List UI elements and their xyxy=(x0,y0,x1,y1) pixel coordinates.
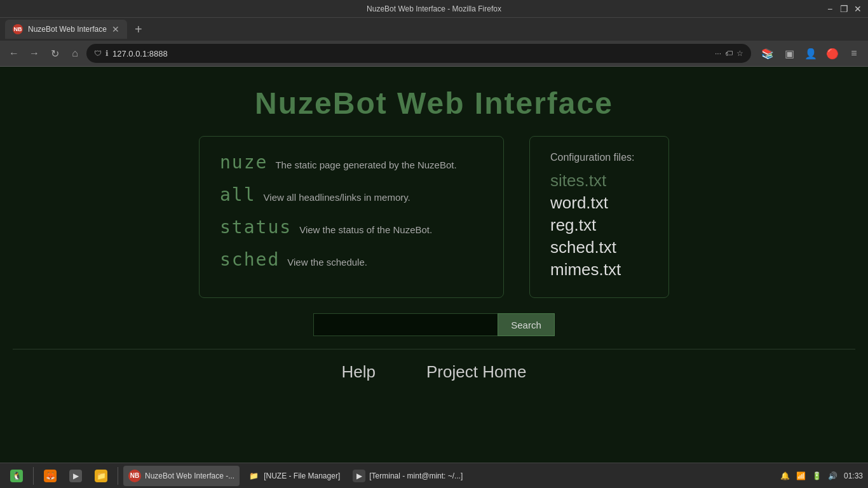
home-button[interactable]: ⌂ xyxy=(66,44,84,62)
browser-nav-bar: ← → ↻ ⌂ 🛡 ℹ 127.0.0.1:8888 ··· 🏷 ☆ 📚 ▣ 👤… xyxy=(0,41,868,66)
url-display: 127.0.0.1:8888 xyxy=(112,49,711,58)
config-link-word[interactable]: word.txt xyxy=(550,193,648,213)
filemanager-window-label: [NUZE - File Manager] xyxy=(264,471,340,480)
config-panel: Configuration files: sites.txt word.txt … xyxy=(529,136,669,298)
address-bar[interactable]: 🛡 ℹ 127.0.0.1:8888 ··· 🏷 ☆ xyxy=(86,44,751,63)
taskbar-separator-2 xyxy=(118,467,118,485)
browser-nav-right: 📚 ▣ 👤 🔴 ≡ xyxy=(759,44,863,62)
taskbar-app-files-quick[interactable]: 📁 xyxy=(90,466,112,486)
os-titlebar: NuzeBot Web Interface - Mozilla Firefox … xyxy=(0,0,868,18)
search-input[interactable] xyxy=(313,313,498,336)
config-link-reg[interactable]: reg.txt xyxy=(550,215,648,235)
os-title: NuzeBot Web Interface - Mozilla Firefox xyxy=(367,4,501,13)
nav-item-nuze: nuze The static page generated by the Nu… xyxy=(220,152,483,173)
config-title: Configuration files: xyxy=(550,152,648,163)
pocket-icon: 🏷 xyxy=(725,49,733,58)
nav-desc-status: View the status of the NuzeBot. xyxy=(299,224,432,235)
firefox-icon: 🦊 xyxy=(44,470,57,482)
page-footer: Help Project Home xyxy=(13,349,855,395)
restore-button[interactable]: ❐ xyxy=(839,4,849,14)
library-icon[interactable]: 📚 xyxy=(759,44,776,62)
taskbar-nuzebot-window[interactable]: NB NuzeBot Web Interface -... xyxy=(123,466,240,486)
browser-tabs-bar: NB NuzeBot Web Interface ✕ + xyxy=(0,18,868,41)
os-titlebar-controls: − ❐ ✕ xyxy=(825,4,863,14)
sidebar-icon[interactable]: ▣ xyxy=(780,44,798,62)
nav-link-status[interactable]: status xyxy=(220,217,292,238)
project-home-link[interactable]: Project Home xyxy=(426,362,527,382)
taskbar-app-terminal-quick[interactable]: ▶ xyxy=(64,466,87,486)
files-quick-icon: 📁 xyxy=(95,470,107,482)
nav-desc-sched: View the schedule. xyxy=(287,257,367,268)
main-area: nuze The static page generated by the Nu… xyxy=(85,136,783,298)
nav-desc-all: View all headlines/links in memory. xyxy=(264,192,410,203)
taskbar-filemanager-window[interactable]: 📁 [NUZE - File Manager] xyxy=(242,466,345,486)
reload-button[interactable]: ↻ xyxy=(46,44,64,62)
notification-icon[interactable]: 🔔 xyxy=(780,471,790,480)
page-content: NuzeBot Web Interface nuze The static pa… xyxy=(0,67,868,463)
nav-link-nuze[interactable]: nuze xyxy=(220,152,268,173)
nav-link-sched[interactable]: sched xyxy=(220,249,280,270)
back-button[interactable]: ← xyxy=(5,44,23,62)
terminal-window-label: [Terminal - mint@mint: ~/...] xyxy=(369,471,463,480)
minimize-button[interactable]: − xyxy=(825,4,835,14)
tab-favicon: NB xyxy=(13,24,23,34)
close-button[interactable]: ✕ xyxy=(853,4,863,14)
account-icon[interactable]: 👤 xyxy=(802,44,820,62)
volume-icon[interactable]: 🔊 xyxy=(828,471,837,480)
terminal-taskbar-icon: ▶ xyxy=(353,470,365,482)
nuzebot-taskbar-icon: NB xyxy=(128,470,141,482)
ublock-icon[interactable]: 🔴 xyxy=(824,44,841,62)
info-icon: ℹ xyxy=(105,49,109,58)
forward-button[interactable]: → xyxy=(25,44,43,62)
network-icon[interactable]: 📶 xyxy=(796,471,806,480)
nav-item-sched: sched View the schedule. xyxy=(220,249,483,270)
help-link[interactable]: Help xyxy=(342,362,376,382)
nav-link-all[interactable]: all xyxy=(220,184,256,205)
page-title: NuzeBot Web Interface xyxy=(255,86,613,121)
more-icon: ··· xyxy=(715,49,721,58)
nuzebot-window-label: NuzeBot Web Interface -... xyxy=(145,471,234,480)
taskbar-terminal-window[interactable]: ▶ [Terminal - mint@mint: ~/...] xyxy=(348,466,468,486)
taskbar-time: 01:33 xyxy=(844,471,863,480)
taskbar-separator xyxy=(33,467,34,485)
config-link-mimes[interactable]: mimes.txt xyxy=(550,260,648,280)
terminal-quick-icon: ▶ xyxy=(69,470,82,482)
battery-icon[interactable]: 🔋 xyxy=(812,471,822,480)
filemanager-taskbar-icon: 📁 xyxy=(247,470,260,482)
search-area: Search xyxy=(313,313,555,336)
menu-icon[interactable]: ≡ xyxy=(845,44,863,62)
nav-item-status: status View the status of the NuzeBot. xyxy=(220,217,483,238)
bookmark-icon: ☆ xyxy=(736,49,743,58)
browser-tab[interactable]: NB NuzeBot Web Interface ✕ xyxy=(5,20,127,39)
taskbar-app-firefox[interactable]: 🦊 xyxy=(39,466,62,486)
nav-desc-nuze: The static page generated by the NuzeBot… xyxy=(275,159,456,170)
nav-panel: nuze The static page generated by the Nu… xyxy=(199,136,504,298)
taskbar-right: 🔔 📶 🔋 🔊 01:33 xyxy=(780,471,863,480)
tab-close-icon[interactable]: ✕ xyxy=(112,24,119,34)
search-button[interactable]: Search xyxy=(498,313,555,336)
tab-label: NuzeBot Web Interface xyxy=(28,25,107,34)
config-link-sched[interactable]: sched.txt xyxy=(550,238,648,257)
new-tab-button[interactable]: + xyxy=(130,20,147,38)
config-link-sites[interactable]: sites.txt xyxy=(550,171,648,191)
shield-icon: 🛡 xyxy=(94,49,102,58)
taskbar-app-mint[interactable]: 🐧 xyxy=(5,466,28,486)
mint-icon: 🐧 xyxy=(10,470,23,482)
taskbar: 🐧 🦊 ▶ 📁 NB NuzeBot Web Interface -... 📁 … xyxy=(0,463,868,488)
browser-chrome: NB NuzeBot Web Interface ✕ + ← → ↻ ⌂ 🛡 ℹ… xyxy=(0,18,868,67)
nav-item-all: all View all headlines/links in memory. xyxy=(220,184,483,205)
